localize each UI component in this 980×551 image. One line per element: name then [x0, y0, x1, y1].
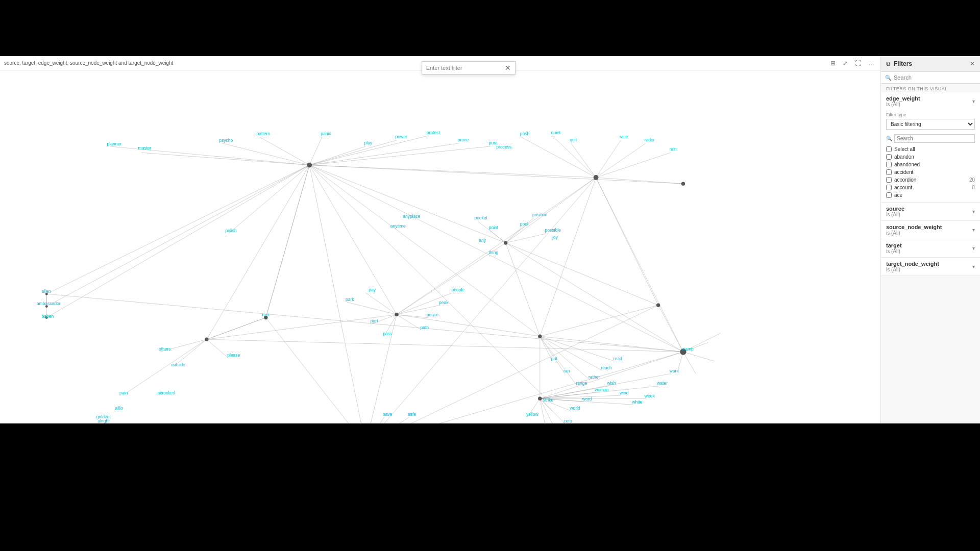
filter-search-input[interactable]: [894, 134, 975, 143]
svg-line-101: [207, 318, 266, 340]
svg-text:root: root: [262, 312, 270, 317]
filter-option-account: account 8: [886, 184, 975, 191]
svg-line-36: [397, 314, 428, 317]
svg-text:quiet: quiet: [551, 130, 561, 135]
svg-text:point: point: [489, 225, 499, 230]
svg-text:bahen: bahen: [41, 314, 54, 319]
svg-text:peak: peak: [439, 300, 449, 305]
filter-option-ace: ace: [886, 191, 975, 199]
svg-line-23: [596, 143, 646, 178]
svg-text:pool: pool: [520, 221, 528, 227]
text-filter-box: ✕: [422, 61, 516, 74]
filter-checkbox-abandoned[interactable]: [886, 162, 892, 167]
svg-text:ran: ran: [564, 368, 570, 373]
filter-section-edge-weight-header[interactable]: edge_weight is (All) ▾: [881, 92, 980, 110]
filter-option-count-account: 8: [972, 185, 975, 190]
filter-option-abandon: abandon: [886, 153, 975, 161]
svg-text:yellow: yellow: [526, 412, 539, 417]
filter-option-label: accordion: [894, 177, 916, 183]
filter-section-source-header[interactable]: source is (All) ▾: [881, 203, 980, 220]
svg-line-40: [397, 314, 540, 336]
svg-text:people: people: [451, 287, 464, 292]
svg-text:planner: planner: [107, 141, 122, 146]
svg-line-13: [309, 165, 397, 315]
svg-point-124: [205, 338, 208, 341]
svg-text:rain: rain: [670, 146, 677, 152]
svg-text:safe: safe: [408, 412, 416, 417]
chevron-down-icon: ▾: [972, 98, 975, 104]
svg-text:please: please: [227, 353, 240, 358]
filter-section-target-node-weight-header[interactable]: target_node_weight is (All) ▾: [881, 258, 980, 276]
filter-section-target-header[interactable]: target is (All) ▾: [881, 239, 980, 257]
svg-line-4: [260, 137, 310, 165]
svg-line-99: [266, 165, 309, 318]
svg-text:save: save: [383, 412, 392, 417]
filter-checkbox-select-all[interactable]: [886, 146, 892, 152]
svg-line-95: [46, 165, 309, 318]
svg-line-28: [596, 178, 658, 305]
filter-options-list: Select all abandon abandoned accident ac…: [881, 144, 980, 202]
svg-line-26: [506, 178, 596, 243]
filter-checkbox-accordion[interactable]: [886, 177, 892, 183]
filter-edge-weight-value: is (All): [886, 102, 920, 107]
svg-line-88: [309, 165, 365, 423]
svg-text:others: others: [159, 346, 171, 352]
filter-type-section: Filter type Basic filtering Advanced fil…: [881, 110, 980, 133]
svg-text:process: process: [496, 144, 511, 149]
svg-text:part: part: [371, 318, 378, 323]
filter-section-source: source is (All) ▾: [881, 203, 980, 221]
svg-line-30: [596, 178, 683, 352]
filter-option-label: accident: [894, 169, 913, 175]
text-filter-close-btn[interactable]: ✕: [505, 64, 511, 72]
filter-checkbox-account[interactable]: [886, 185, 892, 190]
svg-line-25: [596, 178, 683, 184]
filter-checkbox-ace[interactable]: [886, 192, 892, 198]
filter-type-select[interactable]: Basic filtering Advanced filtering: [886, 119, 975, 130]
filter-section-source-node-weight: source_node_weight is (All) ▾: [881, 221, 980, 239]
filter-option-label: account: [894, 185, 912, 190]
svg-text:range: range: [576, 381, 587, 386]
svg-line-96: [46, 294, 683, 352]
svg-text:any: any: [479, 238, 486, 243]
filters-search-bar: 🔍: [881, 72, 980, 84]
filter-section-edge-weight: edge_weight is (All) ▾ Filter type Basic…: [881, 92, 980, 203]
svg-text:radio: radio: [645, 137, 654, 142]
filter-checkbox-abandon[interactable]: [886, 154, 892, 160]
svg-text:anytime: anytime: [390, 223, 406, 229]
filter-checkbox-accident[interactable]: [886, 169, 892, 175]
canvas-container: source, target, edge_weight, source_node…: [0, 56, 880, 423]
svg-text:week: week: [644, 393, 655, 398]
filter-option-count-accordion: 20: [969, 177, 975, 183]
svg-text:pocket: pocket: [475, 215, 488, 220]
filter-option-label: abandon: [894, 154, 914, 160]
svg-text:water: water: [656, 381, 668, 386]
svg-line-42: [207, 314, 397, 339]
svg-text:master: master: [138, 145, 152, 151]
search-icon: 🔍: [885, 75, 891, 81]
svg-text:alright: alright: [97, 418, 110, 423]
svg-text:thing: thing: [489, 250, 499, 255]
filters-on-label: Filters on this visual: [881, 84, 980, 92]
svg-text:joy: joy: [552, 235, 558, 240]
svg-line-27: [540, 178, 596, 336]
svg-line-44: [490, 231, 506, 243]
filter-option-label: ace: [894, 192, 902, 198]
svg-text:protest: protest: [427, 130, 440, 135]
svg-line-32: [347, 302, 397, 314]
chevron-right-icon-3: ▾: [972, 245, 975, 251]
chevron-right-icon-2: ▾: [972, 227, 975, 233]
filter-section-source-node-weight-header[interactable]: source_node_weight is (All) ▾: [881, 221, 980, 239]
text-filter-input[interactable]: [426, 65, 503, 71]
svg-text:wind: wind: [619, 390, 629, 395]
svg-text:polish: polish: [225, 228, 237, 233]
svg-text:peace: peace: [427, 312, 438, 317]
svg-line-116: [540, 352, 683, 399]
svg-text:woman: woman: [594, 387, 609, 392]
svg-line-93: [46, 165, 309, 294]
svg-text:alilo: alilo: [115, 406, 122, 411]
filters-collapse-btn[interactable]: ✕: [970, 60, 975, 67]
svg-line-5: [309, 137, 322, 165]
filters-search-input[interactable]: [894, 74, 976, 81]
filter-section-target-node-weight: target_node_weight is (All) ▾: [881, 258, 980, 276]
svg-text:quit: quit: [570, 137, 577, 142]
